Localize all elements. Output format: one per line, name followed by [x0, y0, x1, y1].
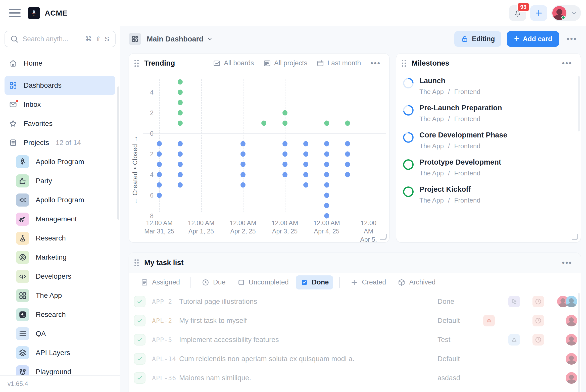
sidebar-project-qa[interactable]: QA: [0, 324, 120, 343]
trending-filter-all-projects[interactable]: All projects: [263, 59, 307, 67]
milestone-project: The App: [419, 169, 444, 177]
task-list-more-menu[interactable]: •••: [560, 259, 574, 267]
sidebar-project-api-layers[interactable]: API Layers: [0, 343, 120, 362]
tab-archived[interactable]: Archived: [393, 275, 440, 289]
task-assignees: [566, 315, 577, 326]
card-resize-handle[interactable]: [380, 234, 387, 240]
chart-dot-created: [345, 162, 350, 167]
chart-dot-closed: [282, 110, 287, 116]
sidebar-project-apollo-program[interactable]: Apollo Program: [0, 152, 120, 171]
tab-created[interactable]: Created: [346, 275, 390, 289]
sidebar-project-management[interactable]: Management: [0, 210, 120, 229]
assignee-avatar[interactable]: [566, 315, 577, 326]
sidebar-item-projects[interactable]: Projects 12 of 14: [5, 133, 115, 152]
milestone-item[interactable]: Pre-Launch Preparation The App / Fronten…: [396, 104, 581, 123]
sidebar-project-apollo-program[interactable]: Apollo Program: [0, 190, 120, 210]
task-row[interactable]: APP-5 Implement accessibility features T…: [129, 330, 581, 349]
boards-icon: [213, 59, 221, 67]
task-list-scrollbar[interactable]: [578, 293, 580, 392]
sidebar-project-marketing[interactable]: Marketing: [0, 248, 120, 267]
trending-filter-last-month[interactable]: Last month: [316, 59, 361, 67]
dashboard-switcher-chevron[interactable]: [207, 36, 213, 42]
triangle-attribute-badge[interactable]: [508, 334, 520, 346]
sidebar-project-developers[interactable]: Developers: [0, 267, 120, 286]
checked-square-icon: [300, 278, 308, 286]
chart-dot-created: [240, 162, 246, 167]
tab-assigned[interactable]: Assigned: [136, 275, 184, 289]
thumbs-up-icon: [18, 177, 27, 185]
tab-label: Archived: [409, 278, 435, 286]
chart-zero-line: [143, 133, 386, 134]
task-done-checkbox[interactable]: [134, 334, 145, 346]
task-row[interactable]: APP-2 Tutorial page illustrations Done: [129, 292, 581, 311]
milestone-item[interactable]: Prototype Development The App / Frontend: [396, 158, 581, 177]
sidebar-project-party[interactable]: Party: [0, 171, 120, 190]
x-axis-tick: 12:00 AMApr 3, 25: [272, 219, 298, 235]
user-menu[interactable]: [551, 5, 581, 21]
add-card-button[interactable]: + Add card: [507, 31, 559, 47]
sidebar-project-the-app[interactable]: The App: [0, 286, 120, 305]
task-done-checkbox[interactable]: [134, 315, 145, 326]
drag-handle-icon[interactable]: [134, 60, 139, 67]
assignee-avatar[interactable]: [566, 372, 577, 384]
dashboard-more-menu[interactable]: •••: [565, 35, 579, 43]
milestones-scrollbar[interactable]: [578, 76, 580, 131]
task-row[interactable]: APL-2 My first task to myself Default: [129, 311, 581, 330]
priority-high-icon: [485, 317, 493, 324]
project-label: Playground: [36, 368, 71, 376]
task-done-checkbox[interactable]: [134, 353, 145, 365]
tab-done[interactable]: Done: [296, 275, 333, 289]
milestones-more-menu[interactable]: •••: [560, 59, 574, 68]
task-done-checkbox[interactable]: [134, 296, 145, 307]
chart-dot-created: [178, 152, 183, 157]
task-done-checkbox[interactable]: [134, 372, 145, 384]
trending-more-menu[interactable]: •••: [368, 59, 383, 68]
sidebar-item-inbox[interactable]: Inbox: [5, 95, 115, 114]
tab-due[interactable]: Due: [197, 275, 230, 289]
target-icon: [18, 253, 27, 262]
sidebar-item-home[interactable]: Home: [5, 54, 115, 73]
chart-dot-created: [178, 141, 183, 146]
tab-uncompleted[interactable]: Uncompleted: [233, 275, 293, 289]
sidebar-project-research[interactable]: Research: [0, 305, 120, 324]
cursor-attribute-badge[interactable]: [508, 296, 520, 307]
sidebar-item-dashboards[interactable]: Dashboards: [5, 76, 115, 95]
milestone-item[interactable]: Launch The App / Frontend: [396, 77, 581, 96]
card-resize-handle[interactable]: [572, 234, 578, 240]
milestone-breadcrumb: The App / Frontend: [419, 169, 501, 177]
plane-icon: [18, 215, 27, 223]
hamburger-menu-icon[interactable]: [9, 9, 21, 17]
drag-handle-icon[interactable]: [402, 60, 406, 67]
editing-toggle-button[interactable]: Editing: [454, 31, 501, 47]
milestone-group: Frontend: [454, 142, 480, 150]
milestone-item[interactable]: Core Development Phase The App / Fronten…: [396, 131, 581, 150]
assignee-avatar[interactable]: [566, 296, 577, 307]
task-list-title: My task list: [144, 259, 183, 267]
priority-high-badge[interactable]: [483, 315, 495, 326]
due-clock-badge[interactable]: [532, 315, 544, 326]
task-row[interactable]: APL-14 Cum reiciendis non aperiam soluta…: [129, 349, 581, 368]
notifications-button[interactable]: 93: [509, 5, 526, 21]
brand-logo[interactable]: [28, 7, 40, 19]
task-key: APP-2: [152, 298, 172, 305]
sidebar-item-favorites[interactable]: Favorites: [5, 114, 115, 133]
sidebar-project-research[interactable]: Research: [0, 229, 120, 248]
dashboard-grid-icon[interactable]: [129, 33, 141, 45]
sidebar-item-label: Projects: [24, 139, 49, 147]
project-label: Party: [36, 177, 52, 185]
assignee-avatar[interactable]: [566, 353, 577, 365]
milestone-name: Project Kickoff: [419, 185, 480, 193]
due-clock-badge[interactable]: [532, 334, 544, 346]
task-row[interactable]: APL-36 Maiores nam similique. asdasd: [129, 368, 581, 387]
bear-icon: [18, 368, 27, 376]
drag-handle-icon[interactable]: [134, 259, 139, 266]
chart-dot-closed: [261, 121, 266, 126]
search-icon: [10, 35, 19, 43]
search-input[interactable]: Search anyth... ⌘ ⇧ S: [5, 31, 116, 47]
sidebar-scrollbar[interactable]: [117, 86, 119, 220]
assignee-avatar[interactable]: [566, 334, 577, 346]
create-new-button[interactable]: [530, 5, 547, 21]
due-clock-badge[interactable]: [532, 296, 544, 307]
milestone-item[interactable]: Project Kickoff The App / Frontend: [396, 185, 581, 204]
trending-filter-all-boards[interactable]: All boards: [213, 59, 254, 67]
